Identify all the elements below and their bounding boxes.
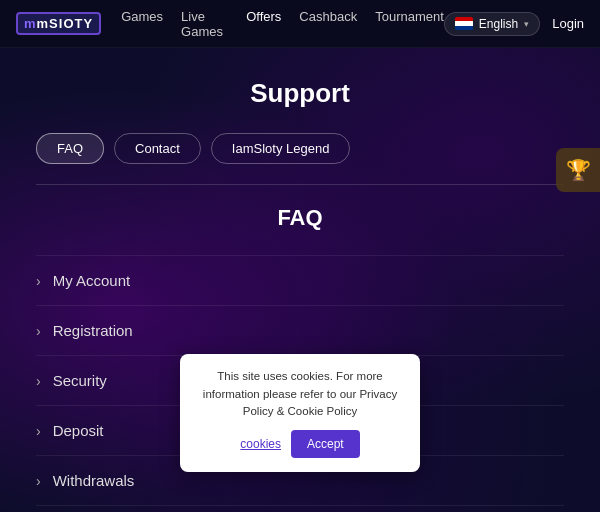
cookies-link[interactable]: cookies <box>240 430 281 458</box>
trophy-widget[interactable]: 🏆 <box>556 148 600 192</box>
chevron-down-icon: ▾ <box>524 19 529 29</box>
chevron-right-icon: › <box>36 423 41 439</box>
page-title: Support <box>36 48 564 133</box>
nav-tournament[interactable]: Tournament <box>375 9 444 39</box>
faq-label: My Account <box>53 272 131 289</box>
logo[interactable]: mmSIOTY <box>16 12 101 35</box>
faq-item-my-account[interactable]: › My Account <box>36 255 564 306</box>
tab-contact[interactable]: Contact <box>114 133 201 164</box>
cookie-accept-button[interactable]: Accept <box>291 430 360 458</box>
chevron-right-icon: › <box>36 473 41 489</box>
faq-item-registration[interactable]: › Registration <box>36 306 564 356</box>
tab-iamsloty[interactable]: IamSloty Legend <box>211 133 351 164</box>
nav-offers[interactable]: Offers <box>246 9 281 39</box>
logo-text: mmSIOTY <box>16 12 101 35</box>
nav-right: English ▾ Login <box>444 12 584 36</box>
chevron-right-icon: › <box>36 373 41 389</box>
chevron-right-icon: › <box>36 273 41 289</box>
nav-games[interactable]: Games <box>121 9 163 39</box>
faq-title: FAQ <box>36 205 564 231</box>
nav-links: Games Live Games Offers Cashback Tournam… <box>121 9 444 39</box>
flag-icon <box>455 17 473 30</box>
login-button[interactable]: Login <box>552 16 584 31</box>
language-label: English <box>479 17 518 31</box>
language-selector[interactable]: English ▾ <box>444 12 540 36</box>
divider <box>36 184 564 185</box>
nav-cashback[interactable]: Cashback <box>299 9 357 39</box>
faq-label: Deposit <box>53 422 104 439</box>
faq-label: Registration <box>53 322 133 339</box>
nav-live-games[interactable]: Live Games <box>181 9 228 39</box>
trophy-icon: 🏆 <box>566 158 591 182</box>
cookie-actions: cookies Accept <box>196 430 404 458</box>
navbar: mmSIOTY Games Live Games Offers Cashback… <box>0 0 600 48</box>
tabs: FAQ Contact IamSloty Legend <box>36 133 564 164</box>
cookie-banner: This site uses cookies. For more informa… <box>180 354 420 472</box>
faq-label: Withdrawals <box>53 472 135 489</box>
chevron-right-icon: › <box>36 323 41 339</box>
cookie-message: This site uses cookies. For more informa… <box>196 368 404 420</box>
faq-label: Security <box>53 372 107 389</box>
tab-faq[interactable]: FAQ <box>36 133 104 164</box>
